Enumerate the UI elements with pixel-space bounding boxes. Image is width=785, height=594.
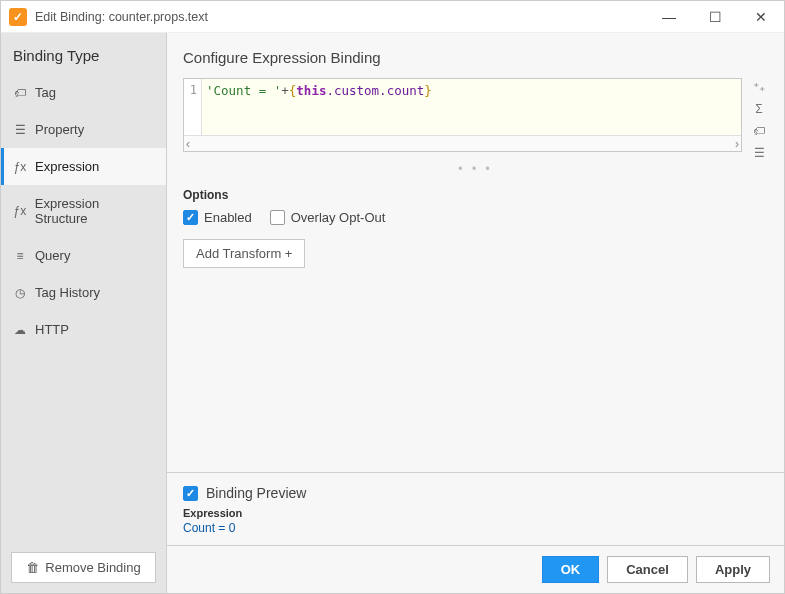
binding-preview-panel: Binding Preview Expression Count = 0 — [167, 472, 784, 545]
enabled-label: Enabled — [204, 210, 252, 225]
remove-binding-label: Remove Binding — [45, 560, 140, 575]
tag-history-icon: ◷ — [13, 286, 27, 300]
enabled-checkbox[interactable]: Enabled — [183, 210, 252, 225]
code-this: this — [296, 83, 326, 98]
edit-binding-window: ✓ Edit Binding: counter.props.text — ☐ ✕… — [0, 0, 785, 594]
expression-structure-icon: ƒx — [13, 204, 27, 218]
sidebar-item-label: Expression — [35, 159, 99, 174]
ok-button[interactable]: OK — [542, 556, 600, 583]
close-button[interactable]: ✕ — [738, 1, 784, 32]
code-operator: + — [281, 83, 289, 98]
sidebar-item-property[interactable]: ☰ Property — [1, 111, 166, 148]
sidebar-item-tag-history[interactable]: ◷ Tag History — [1, 274, 166, 311]
http-icon: ☁ — [13, 323, 27, 337]
tag-icon: 🏷 — [13, 86, 27, 100]
app-logo-icon: ✓ — [9, 8, 27, 26]
minimize-button[interactable]: — — [646, 1, 692, 32]
sidebar-item-expression[interactable]: ƒx Expression — [1, 148, 166, 185]
checkbox-icon — [270, 210, 285, 225]
sidebar-item-label: Property — [35, 122, 84, 137]
sidebar-item-label: Tag — [35, 85, 56, 100]
expression-icon: ƒx — [13, 160, 27, 174]
checkbox-icon — [183, 210, 198, 225]
preview-value: Count = 0 — [183, 519, 768, 535]
query-icon: ≡ — [13, 249, 27, 263]
tag-tool-icon[interactable]: 🏷 — [753, 124, 765, 138]
sidebar-item-label: Expression Structure — [35, 196, 154, 226]
sidebar-item-label: Query — [35, 248, 70, 263]
preview-type-label: Expression — [183, 507, 768, 519]
editor-scrollbar[interactable]: ‹› — [184, 135, 741, 151]
add-transform-button[interactable]: Add Transform + — [183, 239, 305, 268]
overlay-optout-label: Overlay Opt-Out — [291, 210, 386, 225]
maximize-button[interactable]: ☐ — [692, 1, 738, 32]
options-label: Options — [183, 188, 768, 202]
code-path: .custom.count — [326, 83, 424, 98]
binding-type-list: 🏷 Tag ☰ Property ƒx Expression ƒx Expres… — [1, 74, 166, 348]
sidebar-item-tag[interactable]: 🏷 Tag — [1, 74, 166, 111]
window-title: Edit Binding: counter.props.text — [35, 10, 646, 24]
sidebar-item-http[interactable]: ☁ HTTP — [1, 311, 166, 348]
overlay-optout-checkbox[interactable]: Overlay Opt-Out — [270, 210, 386, 225]
cancel-button[interactable]: Cancel — [607, 556, 688, 583]
sidebar-header: Binding Type — [1, 33, 166, 74]
apply-button[interactable]: Apply — [696, 556, 770, 583]
operators-tool-icon[interactable]: ⁺₊ — [753, 80, 765, 94]
resize-handle[interactable]: • • • — [183, 160, 768, 178]
remove-binding-button[interactable]: 🗑 Remove Binding — [11, 552, 156, 583]
sidebar-item-query[interactable]: ≡ Query — [1, 237, 166, 274]
configure-title: Configure Expression Binding — [183, 49, 768, 66]
functions-tool-icon[interactable]: Σ — [755, 102, 762, 116]
dialog-footer: OK Cancel Apply — [167, 545, 784, 593]
expression-editor[interactable]: 1 'Count = '+{this.custom.count} ‹› — [183, 78, 742, 152]
sidebar-item-label: Tag History — [35, 285, 100, 300]
sidebar-item-expression-structure[interactable]: ƒx Expression Structure — [1, 185, 166, 237]
code-string: 'Count = ' — [206, 83, 281, 98]
preview-header-label: Binding Preview — [206, 485, 306, 501]
editor-side-tools: ⁺₊ Σ 🏷 ☰ — [750, 78, 768, 160]
code-brace-close: } — [424, 83, 432, 98]
sidebar: Binding Type 🏷 Tag ☰ Property ƒx Express… — [1, 33, 167, 593]
titlebar: ✓ Edit Binding: counter.props.text — ☐ ✕ — [1, 1, 784, 33]
sidebar-item-label: HTTP — [35, 322, 69, 337]
trash-icon: 🗑 — [26, 560, 39, 575]
property-icon: ☰ — [13, 123, 27, 137]
preview-checkbox[interactable] — [183, 486, 198, 501]
property-tool-icon[interactable]: ☰ — [754, 146, 765, 160]
